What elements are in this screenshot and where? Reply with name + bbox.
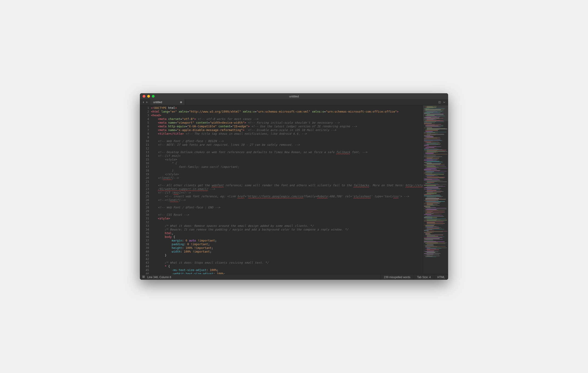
minimap[interactable]	[423, 105, 448, 274]
line-number: 24	[140, 191, 149, 195]
code-line[interactable]	[151, 147, 423, 150]
code-line[interactable]: <!-- All other clients get the webfont r…	[151, 184, 423, 187]
code-line[interactable]	[151, 202, 423, 206]
code-line[interactable]: <!-- Web Font / @font-face : BEGIN -->	[151, 139, 423, 143]
code-line[interactable]: -ms-text-size-adjust: 100%;	[151, 268, 423, 272]
line-number: 5	[140, 121, 149, 125]
code-line[interactable]: <head>	[151, 113, 423, 117]
line-number: 18	[140, 169, 149, 173]
line-number: 15	[140, 158, 149, 161]
svg-rect-2	[142, 276, 145, 276]
line-number: 23	[140, 187, 149, 191]
code-line[interactable]: * {	[151, 161, 423, 165]
svg-rect-3	[142, 277, 145, 277]
code-line[interactable]: margin: 0 auto !important;	[151, 239, 423, 242]
line-number: 7	[140, 128, 149, 132]
code-line[interactable]	[151, 136, 423, 139]
code-line[interactable]: }	[151, 169, 423, 173]
line-number: 37	[140, 239, 149, 242]
line-number: 2	[140, 110, 149, 113]
code-line[interactable]: }	[151, 253, 423, 257]
line-number: 12	[140, 147, 149, 150]
status-syntax[interactable]: HTML	[434, 274, 448, 280]
line-number: 42	[140, 257, 149, 261]
code-line[interactable]: <!-- Web Font / @font-face : END -->	[151, 206, 423, 209]
code-line[interactable]: <!-- NOTE: If web fonts are not required…	[151, 143, 423, 147]
nav-forward-icon[interactable]	[146, 100, 148, 104]
code-line[interactable]	[151, 257, 423, 261]
code-line[interactable]: <style>	[151, 217, 423, 220]
minimap-content	[424, 106, 447, 257]
line-number: 25	[140, 195, 149, 198]
chevron-down-icon[interactable]	[443, 100, 445, 104]
line-number: 27	[140, 202, 149, 206]
status-cursor-position[interactable]: Line 348, Column 8	[147, 276, 171, 279]
code-line[interactable]: <!-- insert web font reference, eg: <lin…	[151, 195, 423, 198]
line-number: 43	[140, 261, 149, 264]
line-number: 22	[140, 184, 149, 187]
svg-rect-0	[439, 101, 441, 103]
tab-label: untitled	[153, 101, 162, 104]
code-line[interactable]: <!DOCTYPE html>	[151, 106, 423, 110]
line-gutter: 12345678910111213141516171819202122 2324…	[140, 105, 151, 274]
code-line[interactable]: font-family: sans-serif !important;	[151, 165, 423, 169]
code-line[interactable]: /* Beware: It can remove the padding / m…	[151, 228, 423, 231]
code-line[interactable]: /* What it does: Remove spaces around th…	[151, 224, 423, 228]
tab-untitled[interactable]: untitled	[150, 99, 185, 105]
code-line[interactable]: <![endif]-->	[151, 176, 423, 180]
code-editor[interactable]: 12345678910111213141516171819202122 2324…	[140, 105, 423, 274]
line-number: 26	[140, 198, 149, 202]
line-number: 10	[140, 139, 149, 143]
line-number: 44	[140, 264, 149, 268]
code-line[interactable]: body {	[151, 235, 423, 239]
line-number: 13	[140, 150, 149, 154]
code-line[interactable]: <!-- Desktop Outlook chokes on web font …	[151, 150, 423, 154]
titlebar[interactable]: untitled	[140, 93, 448, 99]
code-line[interactable]	[151, 209, 423, 213]
code-line[interactable]: <!--<![endif]-->	[151, 198, 423, 202]
code-area[interactable]: <!DOCTYPE html><html lang="en" xmlns="ht…	[151, 105, 423, 274]
window-title: untitled	[140, 95, 448, 98]
status-spellcheck[interactable]: 239 misspelled words	[380, 274, 414, 280]
code-line[interactable]: * {	[151, 264, 423, 268]
code-line[interactable]: html,	[151, 231, 423, 235]
code-line[interactable]: padding: 0 !important;	[151, 242, 423, 246]
code-line[interactable]: <!--[if !mso]><!-->	[151, 191, 423, 195]
code-line[interactable]: <!-- CSS Reset -->	[151, 213, 423, 217]
code-line[interactable]: </style>	[151, 173, 423, 176]
line-number: 38	[140, 242, 149, 246]
line-number: 35	[140, 231, 149, 235]
status-menu-icon[interactable]	[142, 275, 145, 279]
status-tab-size[interactable]: Tab Size: 4	[414, 274, 434, 280]
code-line[interactable]: width: 100% !important;	[151, 250, 423, 253]
line-number: 14	[140, 154, 149, 158]
nav-back-icon[interactable]	[142, 100, 145, 104]
line-number: 6	[140, 125, 149, 128]
code-line[interactable]	[151, 220, 423, 224]
line-number: 11	[140, 143, 149, 147]
code-line[interactable]: <html lang="en" xmlns="http://www.w3.org…	[151, 110, 423, 113]
code-line[interactable]: <!--[if mso]>	[151, 154, 423, 158]
code-line[interactable]: <meta name="viewport" content="width=dev…	[151, 121, 423, 125]
code-line[interactable]: height: 100% !important;	[151, 246, 423, 250]
line-number: 34	[140, 228, 149, 231]
panels-toggle-icon[interactable]	[439, 100, 441, 104]
editor-window: untitled untitled 1234567891011121314151…	[140, 93, 448, 280]
code-line[interactable]	[151, 180, 423, 184]
line-number: 21	[140, 180, 149, 184]
line-number: 28	[140, 206, 149, 209]
code-line[interactable]: <meta name="x-apple-disable-message-refo…	[151, 128, 423, 132]
code-line[interactable]: <title></title> <!-- The title tag shows…	[151, 132, 423, 136]
line-number: 46	[140, 272, 149, 274]
line-number: 30	[140, 213, 149, 217]
line-number: 45	[140, 268, 149, 272]
code-line[interactable]: <style>	[151, 158, 423, 161]
code-line[interactable]: /02/webfont-support-in-email/ -->	[151, 187, 423, 191]
code-line[interactable]: /* What it does: Stops email clients res…	[151, 261, 423, 264]
line-number: 41	[140, 253, 149, 257]
line-number: 3	[140, 113, 149, 117]
code-line[interactable]: <meta charset="utf-8"> <!-- utf-8 works …	[151, 117, 423, 121]
line-number: 17	[140, 165, 149, 169]
code-line[interactable]: -webkit-text-size-adjust: 100%;	[151, 272, 423, 274]
code-line[interactable]: <meta http-equiv="X-UA-Compatible" conte…	[151, 125, 423, 128]
